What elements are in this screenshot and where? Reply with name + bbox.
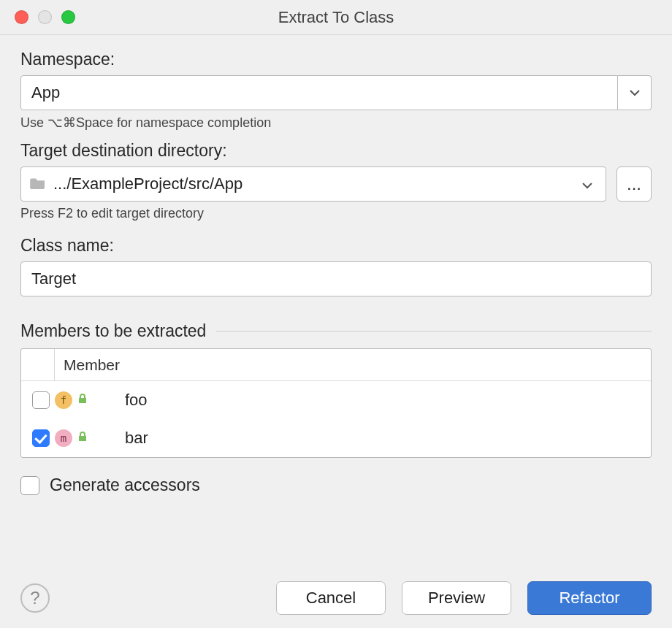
- table-row[interactable]: ffoo: [21, 381, 651, 419]
- member-name: foo: [99, 391, 148, 410]
- member-checkbox[interactable]: [32, 429, 50, 447]
- directory-hint: Press F2 to edit target directory: [20, 206, 652, 221]
- window-controls: [15, 10, 75, 24]
- directory-label: Target destination directory:: [20, 141, 652, 161]
- member-kind-icon: f: [55, 391, 72, 409]
- preview-button[interactable]: Preview: [402, 581, 511, 615]
- generate-accessors-checkbox[interactable]: [20, 476, 39, 495]
- help-button[interactable]: ?: [20, 583, 50, 613]
- members-section-header: Members to be extracted: [20, 321, 652, 341]
- member-checkbox[interactable]: [32, 391, 50, 409]
- namespace-dropdown-button[interactable]: [618, 75, 652, 110]
- folder-icon: [30, 175, 46, 194]
- refactor-button[interactable]: Refactor: [527, 581, 652, 615]
- members-section-title: Members to be extracted: [20, 321, 206, 341]
- close-window-button[interactable]: [15, 10, 28, 24]
- members-table-header: Member: [21, 349, 651, 381]
- directory-path: .../ExampleProject/src/App: [53, 175, 243, 194]
- namespace-input[interactable]: [20, 75, 618, 110]
- directory-combobox[interactable]: .../ExampleProject/src/App: [20, 166, 606, 202]
- table-row[interactable]: mbar: [21, 419, 651, 457]
- namespace-hint: Use ⌥⌘Space for namespace completion: [20, 115, 652, 131]
- browse-directory-button[interactable]: ...: [616, 166, 652, 202]
- member-name: bar: [99, 429, 148, 448]
- visibility-icon: [77, 393, 88, 407]
- generate-accessors-row[interactable]: Generate accessors: [20, 475, 652, 495]
- namespace-combobox[interactable]: [20, 75, 652, 110]
- members-table: Member ffoombar: [20, 348, 652, 458]
- class-name-label: Class name:: [20, 236, 652, 256]
- generate-accessors-label: Generate accessors: [50, 475, 200, 495]
- member-kind-icon: m: [55, 429, 72, 447]
- visibility-icon: [77, 431, 88, 445]
- namespace-label: Namespace:: [20, 50, 652, 69]
- checkbox-column-header: [21, 349, 55, 380]
- window-title: Extract To Class: [0, 8, 672, 27]
- chevron-down-icon: [582, 175, 592, 194]
- cancel-button[interactable]: Cancel: [276, 581, 386, 615]
- zoom-window-button[interactable]: [61, 10, 75, 24]
- member-column-header: Member: [55, 349, 651, 380]
- title-bar: Extract To Class: [0, 0, 672, 35]
- chevron-down-icon: [630, 86, 640, 99]
- minimize-window-button[interactable]: [38, 10, 52, 24]
- dialog-footer: ? Cancel Preview Refactor: [20, 581, 652, 615]
- class-name-input[interactable]: [20, 261, 652, 296]
- section-divider: [216, 331, 652, 332]
- members-table-body: ffoombar: [21, 381, 651, 457]
